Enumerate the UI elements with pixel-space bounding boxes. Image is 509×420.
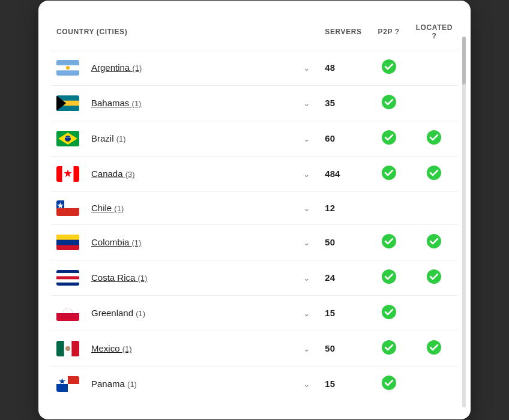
chevron-cell-chile[interactable]: ⌄: [297, 192, 319, 225]
country-name-costa-rica[interactable]: Costa Rica (1): [91, 272, 147, 283]
servers-count-chile: 12: [325, 203, 335, 213]
p2p-check-bahamas: [381, 94, 397, 110]
brazil-flag: [56, 131, 79, 146]
located-cell-mexico: [410, 331, 459, 367]
located-check-colombia: [426, 233, 442, 249]
chevron-icon-panama[interactable]: ⌄: [303, 379, 310, 389]
p2p-cell-costa-rica: [368, 260, 410, 296]
svg-rect-32: [56, 276, 79, 279]
p2p-cell-chile: [368, 192, 410, 225]
chevron-cell-argentina[interactable]: ⌄: [297, 50, 319, 86]
country-name-mexico[interactable]: Mexico (1): [91, 343, 132, 353]
scrollbar[interactable]: [462, 37, 466, 407]
servers-cell-costa-rica: 24: [319, 260, 367, 296]
located-check-brazil: [426, 130, 442, 145]
svg-rect-30: [56, 270, 79, 273]
cities-count-colombia: (1): [132, 238, 142, 247]
located-cell-panama: [410, 367, 459, 402]
svg-point-19: [427, 166, 441, 180]
chevron-icon-chile[interactable]: ⌄: [303, 203, 310, 213]
chevron-cell-greenland[interactable]: ⌄: [297, 296, 319, 331]
servers-cell-panama: 15: [319, 367, 367, 402]
country-name-cell-costa-rica: Costa Rica (1): [85, 260, 297, 296]
table-row: Costa Rica (1)⌄24: [50, 260, 459, 296]
servers-count-bahamas: 35: [325, 98, 335, 108]
chevron-cell-mexico[interactable]: ⌄: [297, 331, 319, 367]
flag-cell-colombia: [50, 225, 85, 260]
p2p-cell-panama: [368, 367, 410, 402]
country-name-argentina[interactable]: Argentina (1): [91, 62, 142, 73]
chevron-cell-panama[interactable]: ⌄: [297, 367, 319, 402]
svg-point-46: [427, 340, 441, 355]
located-cell-bahamas: [410, 86, 459, 121]
costa-rica-flag: [56, 270, 79, 286]
svg-point-2: [66, 66, 70, 70]
svg-rect-33: [56, 280, 79, 283]
flag-cell-canada: [50, 157, 85, 192]
country-name-canada[interactable]: Canada (3): [91, 169, 135, 179]
svg-rect-48: [68, 376, 79, 384]
chevron-cell-bahamas[interactable]: ⌄: [297, 86, 319, 121]
country-name-greenland: Greenland (1): [91, 308, 145, 318]
chevron-icon-greenland[interactable]: ⌄: [303, 308, 310, 318]
located-cell-greenland: [410, 296, 459, 331]
chevron-icon-costa-rica[interactable]: ⌄: [303, 273, 310, 283]
p2p-cell-mexico: [368, 331, 410, 367]
country-name-cell-mexico: Mexico (1): [85, 331, 297, 367]
flag-cell-argentina: [50, 50, 85, 86]
table-row: Bahamas (1)⌄35: [50, 86, 459, 121]
servers-cell-mexico: 50: [319, 331, 367, 367]
chevron-cell-canada[interactable]: ⌄: [297, 157, 319, 192]
located-cell-chile: [410, 192, 459, 225]
chevron-icon-colombia[interactable]: ⌄: [303, 238, 310, 247]
country-name-colombia[interactable]: Colombia (1): [91, 237, 141, 247]
flag-cell-greenland: [50, 296, 85, 331]
country-name-brazil: Brazil (1): [91, 133, 126, 143]
svg-point-28: [427, 234, 441, 248]
svg-rect-42: [56, 341, 64, 356]
chevron-cell-colombia[interactable]: ⌄: [297, 225, 319, 260]
chevron-icon-mexico[interactable]: ⌄: [303, 344, 310, 353]
located-cell-argentina: [410, 50, 459, 86]
chevron-cell-costa-rica[interactable]: ⌄: [297, 260, 319, 296]
chevron-cell-brazil[interactable]: ⌄: [297, 121, 319, 157]
main-card: COUNTRY (CITIES) SERVERS P2P ? LOCATED ?…: [38, 1, 471, 419]
cities-count-brazil: (1): [116, 134, 126, 143]
cities-count-canada: (3): [125, 170, 135, 179]
chevron-icon-canada[interactable]: ⌄: [303, 169, 310, 179]
panama-flag: [56, 376, 79, 392]
p2p-check-greenland: [381, 304, 397, 320]
flag-cell-brazil: [50, 121, 85, 157]
chevron-icon-argentina[interactable]: ⌄: [303, 63, 310, 73]
chevron-header: [297, 19, 319, 50]
scrollbar-thumb[interactable]: [462, 37, 466, 85]
servers-count-greenland: 15: [325, 308, 335, 318]
located-cell-brazil: [410, 121, 459, 157]
p2p-cell-canada: [368, 157, 410, 192]
p2p-cell-brazil: [368, 121, 410, 157]
table-row: Argentina (1)⌄48: [50, 50, 459, 86]
svg-point-45: [382, 340, 396, 355]
servers-count-mexico: 50: [325, 343, 335, 353]
p2p-check-colombia: [381, 233, 397, 249]
servers-count-colombia: 50: [325, 237, 335, 247]
cities-count-mexico: (1): [122, 344, 132, 353]
flag-cell-bahamas: [50, 86, 85, 121]
p2p-check-panama: [381, 375, 397, 391]
country-name-chile[interactable]: Chile (1): [91, 203, 124, 213]
svg-rect-16: [74, 166, 80, 182]
chevron-icon-bahamas[interactable]: ⌄: [303, 98, 310, 108]
located-cell-colombia: [410, 225, 459, 260]
flag-cell-chile: [50, 192, 85, 225]
mexico-flag: [56, 341, 79, 356]
bahamas-flag: [56, 95, 79, 111]
cities-count-chile: (1): [114, 204, 124, 213]
country-name-bahamas[interactable]: Bahamas (1): [91, 98, 141, 108]
svg-point-36: [427, 269, 441, 284]
cities-count-bahamas: (1): [132, 99, 142, 108]
chevron-icon-brazil[interactable]: ⌄: [303, 134, 310, 143]
country-name-panama: Panama (1): [91, 379, 137, 389]
servers-cell-colombia: 50: [319, 225, 367, 260]
svg-point-35: [382, 269, 396, 284]
p2p-check-mexico: [381, 340, 397, 355]
